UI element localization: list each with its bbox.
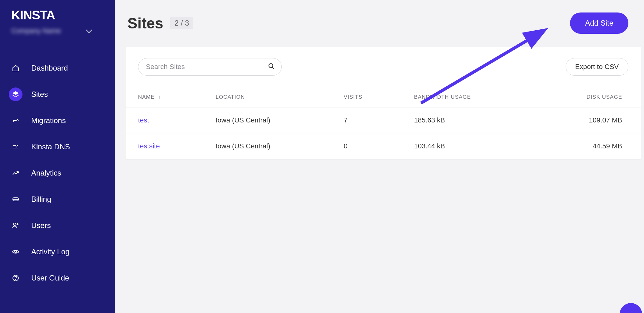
analytics-icon [9,166,22,180]
billing-icon [9,192,22,206]
page-header: Sites 2 / 3 Add Site [115,12,644,34]
help-icon [9,271,22,285]
sidebar-item-label: Dashboard [31,64,68,72]
company-name: Company Name [11,27,61,35]
sidebar-item-users[interactable]: Users [0,215,115,236]
col-name[interactable]: NAME ↑ [126,87,203,107]
site-link[interactable]: test [138,116,149,124]
home-icon [9,61,22,75]
sidebar-item-migrations[interactable]: Migrations [0,110,115,131]
company-selector[interactable]: Company Name [11,27,104,35]
site-link[interactable]: testsite [138,142,160,150]
svg-point-8 [269,64,273,68]
sidebar-item-label: Analytics [31,169,61,177]
sidebar-item-label: Activity Log [31,247,70,256]
migration-icon [9,114,22,127]
site-count-badge: 2 / 3 [170,17,194,29]
add-site-button[interactable]: Add Site [570,12,628,34]
sidebar-item-label: Kinsta DNS [31,142,70,151]
sidebar-item-sites[interactable]: Sites [0,84,115,105]
sidebar-item-dashboard[interactable]: Dashboard [0,57,115,79]
logo: KInSTa [11,9,104,21]
svg-point-5 [15,251,17,253]
primary-nav: Dashboard Sites Migrations Kinsta DNS An [0,57,115,289]
table-row[interactable]: test Iowa (US Central) 7 185.63 kB 109.0… [126,107,641,133]
cell-location: Iowa (US Central) [203,107,331,133]
sidebar-item-billing[interactable]: Billing [0,189,115,210]
export-csv-button[interactable]: Export to CSV [566,58,628,76]
svg-point-2 [13,223,16,226]
sidebar: KInSTa Company Name Dashboard Sites Migr… [0,0,115,313]
table-header-row: NAME ↑ LOCATION VISITS BANDWIDTH USAGE D… [126,87,641,107]
main-content: Sites 2 / 3 Add Site Export to CSV NAME … [115,0,644,313]
sidebar-item-analytics[interactable]: Analytics [0,162,115,184]
users-icon [9,219,22,232]
cell-bandwidth: 185.63 kB [402,107,533,133]
layers-icon [9,87,22,101]
svg-line-9 [272,67,274,69]
sidebar-item-guide[interactable]: User Guide [0,267,115,289]
cell-visits: 0 [331,133,402,159]
search-icon [268,63,275,71]
svg-point-7 [15,279,16,280]
dns-icon [9,140,22,154]
cell-location: Iowa (US Central) [203,133,331,159]
sort-asc-icon: ↑ [158,94,161,100]
eye-icon [9,245,22,259]
cell-disk: 44.59 MB [533,133,641,159]
sidebar-item-label: User Guide [31,274,69,282]
sidebar-item-label: Users [31,221,51,230]
cell-bandwidth: 103.44 kB [402,133,533,159]
col-bandwidth[interactable]: BANDWIDTH USAGE [402,87,533,107]
card-toolbar: Export to CSV [126,47,641,87]
sidebar-item-activity[interactable]: Activity Log [0,241,115,262]
col-disk[interactable]: DISK USAGE [533,87,641,107]
fab-corner[interactable] [620,303,642,313]
cell-visits: 7 [331,107,402,133]
sidebar-item-dns[interactable]: Kinsta DNS [0,136,115,157]
brand-block: KInSTa Company Name [0,9,115,39]
sidebar-item-label: Sites [31,90,48,99]
page-title: Sites [127,15,163,32]
sites-table: NAME ↑ LOCATION VISITS BANDWIDTH USAGE D… [126,87,641,159]
search-wrap [138,58,282,76]
search-input[interactable] [138,58,282,76]
sidebar-item-label: Migrations [31,116,66,125]
sites-card: Export to CSV NAME ↑ LOCATION VISITS BAN… [126,47,641,159]
chevron-down-icon [86,27,92,33]
col-location[interactable]: LOCATION [203,87,331,107]
sidebar-item-label: Billing [31,195,51,204]
cell-disk: 109.07 MB [533,107,641,133]
col-visits[interactable]: VISITS [331,87,402,107]
table-row[interactable]: testsite Iowa (US Central) 0 103.44 kB 4… [126,133,641,159]
col-name-label: NAME [138,94,155,100]
